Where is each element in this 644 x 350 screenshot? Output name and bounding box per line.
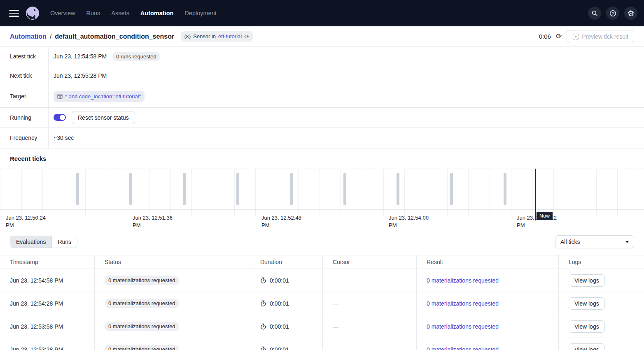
tick-mark[interactable] <box>504 173 506 205</box>
tick-timestamp: Jun 23, 12:53:58 PM <box>0 315 95 338</box>
result-link[interactable]: 0 materializations requested <box>427 346 499 350</box>
settings-button[interactable]: ⚙ <box>624 7 637 20</box>
column-header-logs: Logs <box>559 255 644 269</box>
status-badge: 0 materializations requested <box>105 276 179 285</box>
nav-item-automation[interactable]: Automation <box>140 10 174 16</box>
sensor-location-badge: Sensor in etl-tutorial ⟳ <box>181 31 253 42</box>
preview-tick-result-button[interactable]: Preview tick result <box>567 30 634 43</box>
running-toggle[interactable] <box>54 114 66 121</box>
nav-item-deployment[interactable]: Deployment <box>184 10 216 16</box>
next-tick-row: Next tick Jun 23, 12:55:28 PM <box>0 66 644 85</box>
result-link[interactable]: 0 materializations requested <box>427 323 499 330</box>
top-nav: OverviewRunsAssetsAutomationDeployment ?… <box>0 0 644 26</box>
timeline-axis-label: Jun 23, 12:52:48 PM <box>261 214 308 229</box>
now-marker-line <box>535 169 536 220</box>
frequency-row: Frequency ~30 sec <box>0 127 644 148</box>
dagster-logo-icon[interactable] <box>25 5 40 21</box>
view-logs-button[interactable]: View logs <box>569 320 605 333</box>
next-tick-label: Next tick <box>0 66 49 85</box>
table-row: Jun 23, 12:53:58 PM 0 materializations r… <box>0 315 644 338</box>
tick-mark[interactable] <box>183 173 186 205</box>
recent-ticks-heading: Recent ticks <box>0 148 644 169</box>
tick-mark[interactable] <box>450 173 453 205</box>
nav-item-assets[interactable]: Assets <box>111 10 129 16</box>
next-tick-value: Jun 23, 12:55:28 PM <box>54 72 107 79</box>
latest-tick-value: Jun 23, 12:54:58 PM <box>54 53 107 60</box>
now-marker-label: Now <box>537 212 553 220</box>
frequency-value: ~30 sec <box>54 134 74 141</box>
runs-requested-badge: 0 runs requested <box>112 52 160 61</box>
timeline-gridlines <box>0 169 644 217</box>
result-link[interactable]: 0 materializations requested <box>427 300 499 307</box>
sensor-icon <box>184 34 191 39</box>
view-segmented-control: Evaluations Runs <box>10 236 77 248</box>
tick-duration: 0:00:01 <box>270 346 289 350</box>
refresh-icon[interactable]: ⟳ <box>556 33 562 40</box>
table-header: Timestamp Status Duration Cursor Result … <box>0 255 644 269</box>
running-label: Running <box>0 108 49 127</box>
timeline-axis-line <box>0 209 644 210</box>
column-header-timestamp: Timestamp <box>0 255 95 269</box>
tick-cursor: — <box>323 292 417 315</box>
column-header-result: Result <box>417 255 559 269</box>
reset-sensor-status-button[interactable]: Reset sensor status <box>72 111 135 124</box>
tick-duration: 0:00:01 <box>270 277 289 284</box>
asset-selection-chip[interactable]: * and code_location:"etl-tutorial" <box>54 91 145 102</box>
stopwatch-icon <box>260 323 266 330</box>
tick-duration: 0:00:01 <box>270 323 289 330</box>
tick-mark[interactable] <box>129 173 132 205</box>
tick-timestamp: Jun 23, 12:53:28 PM <box>0 338 95 350</box>
page-header: Automation / default_automation_conditio… <box>0 26 644 47</box>
column-header-duration: Duration <box>250 255 323 269</box>
tabs-row: Evaluations Runs All ticks <box>0 229 644 255</box>
preview-icon <box>572 33 579 40</box>
target-row: Target * and code_location:"etl-tutorial… <box>0 85 644 108</box>
nav-item-runs[interactable]: Runs <box>86 10 100 16</box>
ticks-filter-value: All ticks <box>560 239 580 245</box>
tick-mark[interactable] <box>290 173 293 205</box>
asset-selection-text: * and code_location:"etl-tutorial" <box>65 93 141 100</box>
nav-item-overview[interactable]: Overview <box>50 10 75 16</box>
view-logs-button[interactable]: View logs <box>569 274 605 287</box>
table-row: Jun 23, 12:53:28 PM 0 materializations r… <box>0 338 644 350</box>
badge-refresh-icon[interactable]: ⟳ <box>244 34 249 39</box>
ticks-filter-dropdown[interactable]: All ticks <box>555 235 634 248</box>
tick-cursor: — <box>323 269 417 292</box>
tick-mark[interactable] <box>343 173 346 205</box>
help-button[interactable]: ? <box>606 7 619 20</box>
refresh-countdown: 0:06 <box>539 33 551 40</box>
nav-items: OverviewRunsAssetsAutomationDeployment <box>50 10 217 16</box>
preview-button-label: Preview tick result <box>582 33 628 40</box>
tick-duration: 0:00:01 <box>270 300 289 307</box>
gear-icon: ⚙ <box>627 9 634 17</box>
tick-timestamp: Jun 23, 12:54:58 PM <box>0 269 95 292</box>
table-body: Jun 23, 12:54:58 PM 0 materializations r… <box>0 269 644 350</box>
view-logs-button[interactable]: View logs <box>569 343 605 350</box>
app-window: OverviewRunsAssetsAutomationDeployment ?… <box>0 0 644 350</box>
tab-evaluations[interactable]: Evaluations <box>10 236 51 248</box>
latest-tick-label: Latest tick <box>0 47 49 66</box>
code-location-link[interactable]: etl-tutorial <box>218 33 242 39</box>
column-header-cursor: Cursor <box>323 255 417 269</box>
status-badge: 0 materializations requested <box>105 345 179 350</box>
tab-runs[interactable]: Runs <box>51 236 77 248</box>
running-row: Running Reset sensor status <box>0 108 644 127</box>
tick-cursor: — <box>323 338 417 350</box>
tick-mark[interactable] <box>236 173 239 205</box>
svg-text:?: ? <box>611 11 614 16</box>
breadcrumb-automation-link[interactable]: Automation <box>10 33 47 40</box>
status-badge: 0 materializations requested <box>105 299 179 308</box>
view-logs-button[interactable]: View logs <box>569 297 605 310</box>
recent-ticks-timeline: Now Jun 23, 12:50:24 PMJun 23, 12:51:36 … <box>0 169 644 229</box>
timeline-axis-label: Jun 23, 12:50:24 PM <box>6 214 52 229</box>
hamburger-menu-icon[interactable] <box>9 10 19 17</box>
tick-mark[interactable] <box>76 173 79 205</box>
tick-timestamp: Jun 23, 12:54:28 PM <box>0 292 95 315</box>
asset-table-icon <box>57 94 63 99</box>
latest-tick-row: Latest tick Jun 23, 12:54:58 PM 0 runs r… <box>0 47 644 66</box>
tick-mark[interactable] <box>397 173 399 205</box>
search-button[interactable] <box>588 7 601 20</box>
result-link[interactable]: 0 materializations requested <box>427 277 499 284</box>
timeline-axis-label: Jun 23, 12:51:36 PM <box>133 214 179 229</box>
status-badge: 0 materializations requested <box>105 322 179 331</box>
